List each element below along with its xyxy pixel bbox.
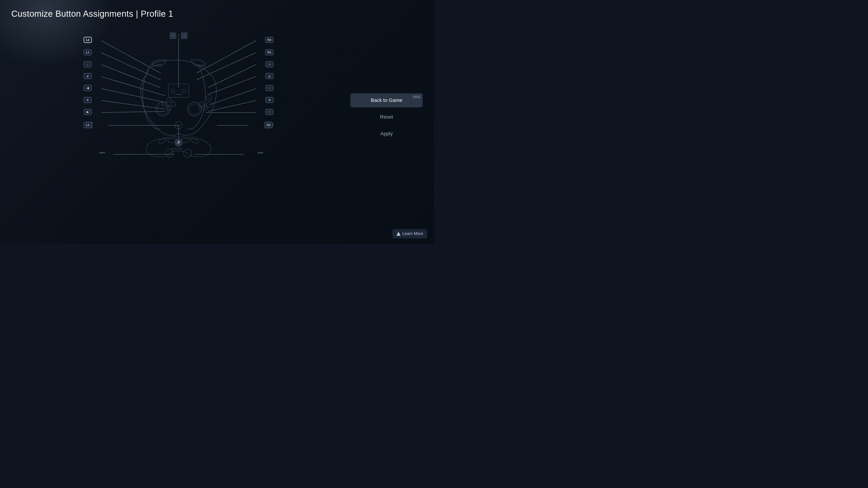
button-dpad-left[interactable]: ◀	[84, 85, 92, 91]
reset-button[interactable]: Reset	[350, 110, 423, 124]
button-stick-indicator[interactable]: ↕	[84, 61, 92, 67]
button-R2[interactable]: R2	[265, 37, 274, 43]
controller-area: △ ○ ✕ □ PS	[11, 26, 346, 233]
svg-point-53	[181, 148, 183, 149]
button-square[interactable]: □	[266, 109, 274, 115]
ps-logo-icon	[176, 140, 181, 145]
button-menu[interactable]: ≡	[266, 61, 274, 67]
touchpad-right-icon[interactable]: →	[181, 32, 188, 39]
button-R1[interactable]: R1	[265, 49, 274, 55]
svg-point-50	[175, 148, 176, 149]
touchpad-group: ← / →	[169, 32, 188, 39]
svg-line-5	[101, 101, 165, 109]
svg-point-21	[156, 102, 169, 116]
button-L1[interactable]: L1	[84, 49, 92, 55]
svg-point-24	[189, 104, 199, 114]
svg-point-23	[188, 102, 201, 116]
svg-rect-25	[167, 98, 171, 102]
button-dpad-right[interactable]: ▶	[84, 109, 92, 115]
back-to-game-button[interactable]: Back to Game Fn+≡	[350, 93, 423, 107]
svg-point-41	[176, 94, 176, 95]
svg-rect-47	[168, 138, 175, 142]
svg-text:□: □	[200, 103, 202, 106]
button-L2[interactable]: L2	[84, 37, 92, 43]
svg-point-49	[172, 148, 174, 149]
svg-point-46	[181, 94, 182, 95]
svg-point-42	[177, 94, 178, 95]
apply-button[interactable]: Apply	[350, 127, 423, 141]
svg-text:✕: ✕	[204, 106, 206, 109]
button-dpad-down[interactable]: ▼	[84, 97, 92, 103]
svg-line-6	[101, 111, 165, 112]
button-circle[interactable]: ○	[266, 85, 274, 91]
svg-text:PS: PS	[177, 124, 180, 127]
svg-line-3	[101, 76, 165, 96]
ps-button-group	[175, 138, 183, 147]
svg-point-45	[180, 94, 181, 95]
page-title: Customize Button Assignments | Profile 1	[11, 9, 423, 19]
svg-line-4	[101, 89, 165, 102]
svg-text:○: ○	[208, 103, 210, 106]
svg-line-10	[208, 65, 256, 88]
svg-point-39	[182, 89, 186, 93]
svg-rect-28	[171, 102, 175, 106]
svg-point-51	[177, 148, 178, 149]
svg-point-44	[179, 94, 180, 95]
svg-point-55	[184, 149, 192, 157]
button-labels-container: △ ○ ✕ □ PS	[84, 28, 274, 163]
touchpad-left-icon[interactable]: ←	[169, 32, 176, 39]
main-content: △ ○ ✕ □ PS	[11, 26, 423, 233]
button-R3-group: R / R3	[265, 122, 274, 128]
svg-point-54	[165, 149, 174, 157]
button-dpad-up[interactable]: ▲	[84, 73, 92, 79]
button-L3-group: L3 / L	[84, 122, 93, 128]
svg-point-43	[178, 94, 179, 95]
svg-line-11	[208, 76, 256, 94]
svg-point-40	[171, 89, 175, 93]
button-cross[interactable]: ✕	[266, 97, 274, 103]
button-L3[interactable]: L3	[84, 122, 92, 128]
button-R3[interactable]: R3	[265, 122, 273, 128]
svg-rect-48	[182, 138, 189, 142]
ps-button[interactable]	[175, 138, 183, 147]
svg-point-52	[179, 148, 180, 149]
svg-point-22	[158, 104, 168, 114]
svg-text:△: △	[208, 96, 211, 99]
right-panel: Back to Game Fn+≡ Reset Apply	[350, 26, 423, 233]
button-triangle[interactable]: △	[266, 73, 274, 79]
fn-badge: Fn+≡	[412, 95, 421, 99]
